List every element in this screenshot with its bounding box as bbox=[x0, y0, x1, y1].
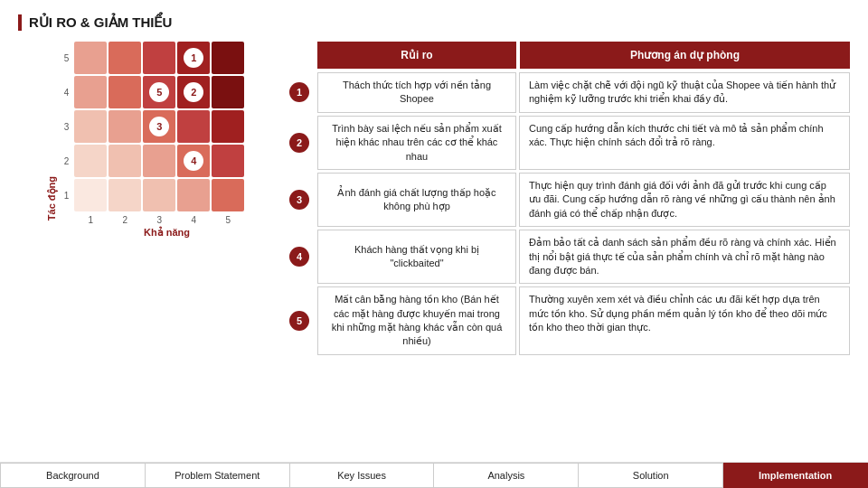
matrix-cell-2-2: 3 bbox=[143, 110, 175, 143]
y-tick: 1 bbox=[64, 179, 71, 211]
x-tick: 2 bbox=[108, 215, 141, 225]
cell-label-1: 1 bbox=[184, 48, 203, 68]
matrix-cell-1-3: 2 bbox=[177, 76, 210, 108]
nav-btn-solution[interactable]: Solution bbox=[579, 463, 723, 488]
table-header: Rủi ro Phương án dự phòng bbox=[317, 42, 850, 69]
main-content: RỦI RO & GIẢM THIỂU Tác động 54321 15234 bbox=[0, 0, 868, 455]
matrix-cell-3-0 bbox=[74, 145, 107, 177]
nav-btn-key-issues[interactable]: Key Issues bbox=[290, 463, 435, 488]
row-risk-2: Trình bày sai lệch nếu sản phẩm xuất hiệ… bbox=[317, 116, 516, 170]
y-tick: 3 bbox=[64, 110, 71, 143]
row-solution-1: Làm việc chặt chẽ với đội ngũ kỹ thuật c… bbox=[519, 72, 850, 113]
cell-label-4: 4 bbox=[184, 151, 203, 171]
y-tick: 2 bbox=[64, 145, 71, 177]
row-number-2: 2 bbox=[289, 133, 309, 153]
row-risk-5: Mất cân bằng hàng tồn kho (Bán hết các m… bbox=[317, 286, 516, 355]
matrix-cell-3-1 bbox=[108, 145, 141, 177]
matrix-cell-0-4 bbox=[212, 42, 244, 74]
row-solution-4: Đảm bảo tất cả danh sách sản phẩm đều rõ… bbox=[519, 230, 850, 284]
nav-btn-analysis[interactable]: Analysis bbox=[434, 463, 579, 488]
x-tick: 1 bbox=[74, 215, 107, 225]
content-area: Tác động 54321 15234 12345 bbox=[18, 42, 850, 447]
page-title: RỦI RO & GIẢM THIỂU bbox=[18, 14, 850, 31]
y-axis-label: Tác động bbox=[45, 176, 57, 221]
matrix-cell-4-4 bbox=[212, 179, 244, 211]
table-row: 4Khách hàng thất vọng khi bị "clickbaite… bbox=[289, 230, 850, 284]
matrix-cell-2-4 bbox=[212, 110, 244, 143]
matrix-cell-1-4 bbox=[212, 76, 244, 108]
x-axis-ticks: 12345 bbox=[74, 215, 244, 225]
matrix-cell-4-2 bbox=[143, 179, 175, 211]
row-solution-2: Cung cấp hướng dẫn kích thước chi tiết v… bbox=[519, 116, 850, 170]
nav-btn-problem-statement[interactable]: Problem Statement bbox=[146, 463, 290, 488]
matrix-cell-0-3: 1 bbox=[177, 42, 210, 74]
x-axis-label: Khả năng bbox=[90, 227, 245, 239]
table-row: 2Trình bày sai lệch nếu sản phẩm xuất hi… bbox=[289, 116, 850, 170]
cell-label-3: 3 bbox=[149, 117, 169, 136]
row-number-4: 4 bbox=[289, 247, 309, 267]
row-solution-3: Thực hiện quy trình đánh giá đối với ảnh… bbox=[519, 173, 850, 227]
row-risk-4: Khách hàng thất vọng khi bị "clickbaited… bbox=[317, 230, 516, 284]
col1-header: Rủi ro bbox=[317, 42, 516, 69]
row-number-5: 5 bbox=[289, 311, 309, 331]
cell-label-5: 5 bbox=[149, 82, 169, 102]
table-row: 5Mất cân bằng hàng tồn kho (Bán hết các … bbox=[289, 286, 850, 355]
matrix-cell-4-0 bbox=[74, 179, 107, 211]
matrix-cell-4-1 bbox=[108, 179, 141, 211]
matrix-cell-3-2 bbox=[143, 145, 175, 177]
col2-header: Phương án dự phòng bbox=[520, 42, 850, 69]
table-row: 3Ảnh đánh giá chất lượng thấp hoặc không… bbox=[289, 173, 850, 227]
nav-btn-background[interactable]: Background bbox=[0, 463, 146, 488]
x-tick: 5 bbox=[212, 215, 244, 225]
matrix-cell-2-3 bbox=[177, 110, 210, 143]
row-number-1: 1 bbox=[289, 82, 309, 102]
matrix-cell-4-3 bbox=[177, 179, 210, 211]
matrix-cell-2-0 bbox=[74, 110, 107, 143]
matrix-cell-0-0 bbox=[74, 42, 107, 74]
table-row: 1Thách thức tích hợp với nền tảng Shopee… bbox=[289, 72, 850, 113]
matrix-cell-0-1 bbox=[108, 42, 141, 74]
matrix-cell-1-0 bbox=[74, 76, 107, 108]
x-tick: 4 bbox=[177, 215, 210, 225]
x-tick: 3 bbox=[143, 215, 175, 225]
y-tick: 5 bbox=[64, 42, 71, 74]
table-rows: 1Thách thức tích hợp với nền tảng Shopee… bbox=[289, 72, 850, 355]
matrix-cell-3-4 bbox=[212, 145, 244, 177]
cell-label-2: 2 bbox=[184, 82, 203, 102]
row-number-3: 3 bbox=[289, 190, 309, 210]
row-solution-5: Thường xuyên xem xét và điều chỉnh các ư… bbox=[519, 286, 850, 355]
matrix-wrapper: Tác động 54321 15234 12345 bbox=[45, 42, 245, 239]
y-axis-ticks: 54321 bbox=[64, 42, 71, 225]
title-text: RỦI RO & GIẢM THIỂU bbox=[29, 14, 172, 31]
matrix-grid: 15234 bbox=[74, 42, 244, 211]
row-risk-1: Thách thức tích hợp với nền tảng Shopee bbox=[317, 72, 516, 113]
y-tick: 4 bbox=[64, 76, 71, 108]
matrix-cell-3-3: 4 bbox=[177, 145, 210, 177]
nav-btn-implementation[interactable]: Implementation bbox=[723, 463, 868, 488]
row-risk-3: Ảnh đánh giá chất lượng thấp hoặc không … bbox=[317, 173, 516, 227]
footer-nav: BackgroundProblem StatementKey IssuesAna… bbox=[0, 462, 868, 488]
table-section: Rủi ro Phương án dự phòng 1Thách thức tí… bbox=[289, 42, 850, 447]
matrix-cell-0-2 bbox=[143, 42, 175, 74]
title-bar-accent bbox=[18, 14, 22, 31]
matrix-section: Tác động 54321 15234 12345 bbox=[18, 42, 271, 447]
matrix-cell-2-1 bbox=[108, 110, 141, 143]
matrix-cell-1-1 bbox=[108, 76, 141, 108]
matrix-container: 15234 12345 bbox=[74, 42, 244, 225]
matrix-cell-1-2: 5 bbox=[143, 76, 175, 108]
